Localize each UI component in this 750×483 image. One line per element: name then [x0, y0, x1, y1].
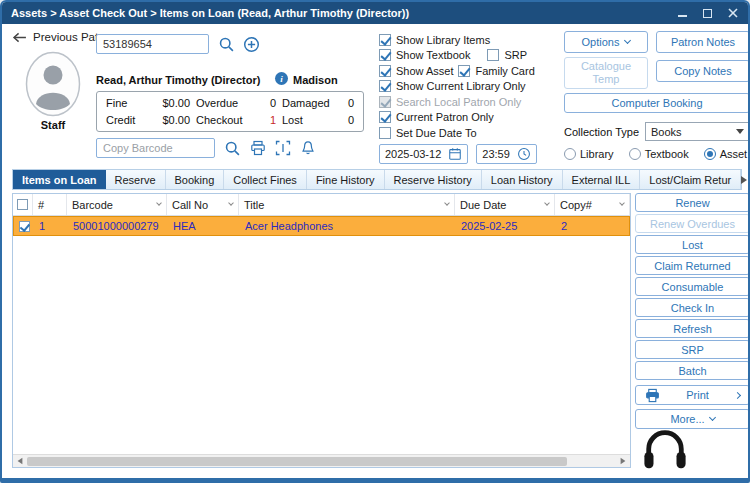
- column-header-due-date[interactable]: Due Date: [455, 194, 555, 215]
- checkbox-icon[interactable]: [458, 65, 470, 77]
- srp-label: SRP: [681, 344, 704, 356]
- scan-icon[interactable]: [274, 139, 292, 157]
- check-in-button[interactable]: Check In: [635, 298, 750, 317]
- filter-show-textbook[interactable]: Show Textbook: [379, 49, 470, 61]
- filter-set-due-date-to[interactable]: Set Due Date To: [379, 127, 477, 139]
- collection-type-select[interactable]: Books: [645, 122, 750, 141]
- tab-external-ill[interactable]: External ILL: [563, 170, 641, 189]
- due-time-input[interactable]: 23:59: [476, 144, 537, 164]
- checkbox-icon[interactable]: [487, 49, 499, 61]
- radio-icon[interactable]: [629, 148, 641, 160]
- filter-current-patron-only[interactable]: Current Patron Only: [379, 111, 494, 123]
- column-filter-icon[interactable]: [619, 200, 625, 206]
- filter-label: Show Library Items: [396, 34, 490, 46]
- column-filter-icon[interactable]: [228, 200, 234, 206]
- column-filter-icon[interactable]: [444, 200, 450, 206]
- window-controls: [676, 7, 739, 20]
- clock-icon: [517, 147, 531, 161]
- renew-button[interactable]: Renew: [635, 193, 750, 212]
- tab-booking[interactable]: Booking: [166, 170, 225, 189]
- patron-id-input[interactable]: [96, 34, 209, 54]
- row-checkbox[interactable]: [19, 221, 30, 232]
- scrollbar-thumb[interactable]: [27, 457, 567, 466]
- scroll-left-icon[interactable]: [13, 455, 27, 467]
- radio-icon[interactable]: [704, 148, 716, 160]
- batch-button[interactable]: Batch: [635, 361, 750, 380]
- tab-reserve-history[interactable]: Reserve History: [385, 170, 482, 189]
- minimize-icon[interactable]: [676, 7, 689, 20]
- checkout-stat: Checkout1: [196, 114, 276, 126]
- chevron-down-icon: [624, 37, 631, 44]
- column-header-num[interactable]: #: [33, 194, 67, 215]
- options-button[interactable]: Options: [564, 31, 648, 53]
- srp-button[interactable]: SRP: [635, 340, 750, 359]
- copy-barcode-input[interactable]: [96, 138, 215, 158]
- top-actions-panel: Options Patron Notes Catalogue Temp Copy…: [564, 31, 750, 160]
- checkbox-icon[interactable]: [379, 127, 391, 139]
- checkbox-icon[interactable]: [379, 34, 391, 46]
- copy-notes-button[interactable]: Copy Notes: [656, 60, 750, 82]
- cell-copy-no: 2: [556, 217, 629, 235]
- column-header-call-no[interactable]: Call No: [167, 194, 239, 215]
- radio-textbook-label: Textbook: [645, 148, 689, 160]
- radio-icon[interactable]: [564, 148, 576, 160]
- patron-search-icon[interactable]: [217, 35, 235, 53]
- column-header-barcode[interactable]: Barcode: [67, 194, 167, 215]
- calendar-icon: [448, 147, 462, 161]
- filter-label: SRP: [504, 49, 527, 61]
- maximize-icon[interactable]: [701, 7, 714, 20]
- radio-library[interactable]: Library: [564, 148, 614, 160]
- add-patron-icon[interactable]: [242, 35, 260, 53]
- column-header-title[interactable]: Title: [239, 194, 455, 215]
- claim-returned-button[interactable]: Claim Returned: [635, 256, 750, 275]
- filter-srp[interactable]: SRP: [487, 49, 527, 61]
- refresh-button[interactable]: Refresh: [635, 319, 750, 338]
- horizontal-scrollbar[interactable]: [13, 454, 630, 467]
- column-filter-icon[interactable]: [156, 200, 162, 206]
- checkout-value: 1: [270, 114, 276, 126]
- checkbox-icon[interactable]: [379, 80, 391, 92]
- filter-show-current-library-only[interactable]: Show Current Library Only: [379, 80, 526, 92]
- due-date-input[interactable]: 2025-03-12: [379, 144, 468, 164]
- lost-stat: Lost0: [282, 114, 354, 126]
- checkbox-icon[interactable]: [379, 111, 391, 123]
- patron-notes-button[interactable]: Patron Notes: [656, 31, 750, 53]
- overdue-stat: Overdue0: [196, 97, 276, 109]
- checkbox-icon[interactable]: [379, 65, 391, 77]
- tab-items-on-loan[interactable]: Items on Loan: [13, 170, 106, 189]
- tab-reserve[interactable]: Reserve: [106, 170, 166, 189]
- radio-textbook[interactable]: Textbook: [629, 148, 689, 160]
- print-icon: [645, 388, 660, 403]
- patron-name: Read, Arthur Timothy (Director): [96, 74, 260, 86]
- info-icon[interactable]: [275, 72, 288, 85]
- overdue-label: Overdue: [196, 97, 238, 109]
- column-filter-icon[interactable]: [544, 200, 550, 206]
- scroll-right-icon[interactable]: [616, 455, 630, 467]
- select-all-checkbox[interactable]: [17, 199, 28, 210]
- tab-collect-fines[interactable]: Collect Fines: [224, 170, 307, 189]
- radio-asset-label: Asset: [720, 148, 748, 160]
- table-row[interactable]: 1 50001000000279 HEA Acer Headphones 202…: [13, 216, 630, 236]
- print-button[interactable]: Print: [635, 385, 750, 405]
- select-all-header[interactable]: [13, 194, 33, 215]
- close-icon[interactable]: [726, 7, 739, 20]
- column-header-copy-no[interactable]: Copy#: [555, 194, 630, 215]
- tab-lost-claim-return[interactable]: Lost/Claim Retur: [640, 170, 741, 189]
- tab-fine-history[interactable]: Fine History: [307, 170, 385, 189]
- refresh-label: Refresh: [673, 323, 712, 335]
- tab-loan-history[interactable]: Loan History: [482, 170, 563, 189]
- lost-button[interactable]: Lost: [635, 235, 750, 254]
- filter-show-library-items[interactable]: Show Library Items: [379, 34, 490, 46]
- consumable-button[interactable]: Consumable: [635, 277, 750, 296]
- tab-scroll-right-icon[interactable]: [741, 170, 747, 189]
- bell-icon[interactable]: [299, 139, 317, 157]
- printer-icon[interactable]: [249, 139, 267, 157]
- checkbox-icon[interactable]: [379, 49, 391, 61]
- column-label: Call No: [172, 199, 208, 211]
- radio-asset[interactable]: Asset: [704, 148, 748, 160]
- computer-booking-button[interactable]: Computer Booking: [564, 93, 750, 113]
- filter-family-card[interactable]: Family Card: [458, 65, 534, 77]
- barcode-search-icon[interactable]: [223, 139, 241, 157]
- filter-show-asset[interactable]: Show Asset: [379, 65, 453, 77]
- filter-search-local-patron-only: Search Local Patron Only: [379, 96, 521, 108]
